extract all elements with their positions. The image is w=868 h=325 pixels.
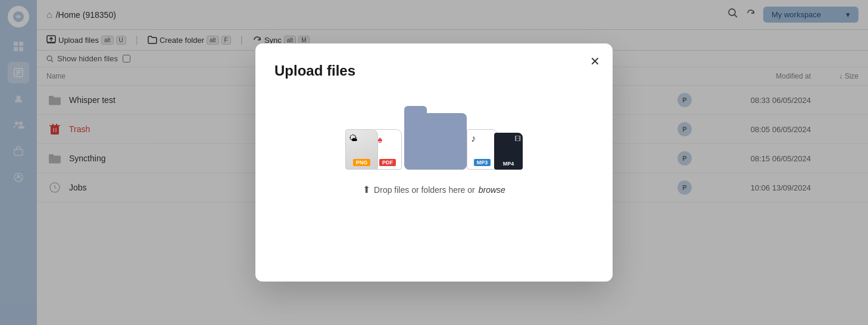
upload-modal: ✕ Upload files 🌤 PNG ♠ PDF xyxy=(255,43,613,282)
modal-title: Upload files xyxy=(274,62,594,79)
drop-text: ⬆ Drop files or folders here or browse xyxy=(363,184,505,195)
file-icons-illustration: 🌤 PNG ♠ PDF xyxy=(345,98,523,170)
drop-zone[interactable]: 🌤 PNG ♠ PDF xyxy=(274,98,594,195)
mp3-label: MP3 xyxy=(474,159,491,166)
png-label: PNG xyxy=(353,159,371,166)
pdf-label: PDF xyxy=(379,159,396,166)
mp4-label: MP4 xyxy=(503,161,514,167)
modal-close-button[interactable]: ✕ xyxy=(586,53,603,70)
browse-link[interactable]: browse xyxy=(479,185,505,195)
modal-overlay: ✕ Upload files 🌤 PNG ♠ PDF xyxy=(0,0,868,325)
drop-text-prefix: Drop files or folders here or xyxy=(374,185,475,195)
drop-upload-icon: ⬆ xyxy=(363,184,370,195)
